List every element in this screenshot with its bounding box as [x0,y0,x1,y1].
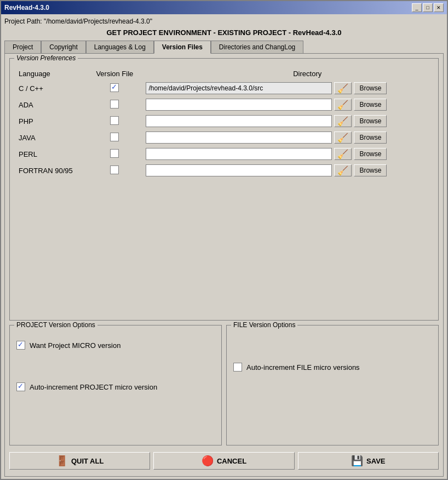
col-directory: Directory [141,67,434,80]
file-version-legend: FILE Version Options [231,321,297,329]
save-icon: 💾 [351,455,363,467]
save-label: SAVE [366,457,385,465]
subtitle: GET PROJECT ENVIRONMENT - EXISTING PROJE… [4,27,444,40]
file-option-0-checkbox[interactable] [233,363,242,372]
browse-button-4[interactable]: Browse [354,148,387,160]
version-prefs-group: Version Preferences Language Version Fil… [9,58,439,321]
project-version-options-group: PROJECT Version Options Want Project MIC… [9,325,222,445]
version-file-checkbox-1[interactable] [110,100,119,108]
project-version-legend: PROJECT Version Options [14,321,97,329]
table-row: C / C++🧹Browse [14,80,434,96]
maximize-button[interactable]: □ [423,3,433,12]
directory-input-4[interactable] [146,148,332,160]
directory-input-5[interactable] [146,164,332,176]
broom-button-1[interactable]: 🧹 [334,99,352,111]
cancel-icon: 🔴 [202,455,214,467]
version-file-checkbox-5[interactable] [110,165,119,174]
col-language: Language [14,67,88,80]
window-title: RevHead-4.3.0 [4,4,49,12]
version-file-checkbox-2[interactable] [110,116,119,125]
table-row: JAVA🧹Browse [14,129,434,146]
lang-name: FORTRAN 90/95 [14,162,88,179]
directory-input-0[interactable] [146,82,332,94]
broom-button-3[interactable]: 🧹 [334,132,352,144]
table-row: PHP🧹Browse [14,113,434,129]
quit-all-button[interactable]: 🚪 QUIT ALL [9,452,150,470]
bottom-panels: PROJECT Version Options Want Project MIC… [9,325,439,445]
directory-input-1[interactable] [146,99,332,111]
project-option-0-label: Want Project MICRO version [30,341,120,350]
browse-button-1[interactable]: Browse [354,99,387,111]
lang-name: PHP [14,113,88,129]
version-file-checkbox-4[interactable] [110,149,119,158]
browse-button-3[interactable]: Browse [354,132,387,144]
bottom-buttons: 🚪 QUIT ALL 🔴 CANCEL 💾 SAVE [9,450,439,472]
tab-project[interactable]: Project [4,41,41,54]
tab-bar: Project Copyright Languages & Log Versio… [4,40,444,53]
version-file-checkbox-3[interactable] [110,133,119,141]
browse-button-2[interactable]: Browse [354,115,387,127]
broom-button-4[interactable]: 🧹 [334,148,352,160]
directory-input-2[interactable] [146,115,332,127]
project-option-0-checkbox[interactable] [16,341,25,350]
save-button[interactable]: 💾 SAVE [298,452,439,470]
tab-version-files[interactable]: Version Files [154,41,211,54]
table-row: PERL🧹Browse [14,146,434,162]
project-option-1: Auto-increment PROJECT micro version [16,382,215,391]
window-controls: _ □ ✕ [412,3,444,12]
table-row: ADA🧹Browse [14,96,434,113]
file-option-0: Auto-increment FILE micro versions [233,363,432,372]
project-option-1-label: Auto-increment PROJECT micro version [30,383,157,391]
main-panel: Version Preferences Language Version Fil… [4,53,444,477]
cancel-button[interactable]: 🔴 CANCEL [153,452,294,470]
version-prefs-table: Language Version File Directory C / C++🧹… [14,67,434,179]
title-bar: RevHead-4.3.0 _ □ ✕ [1,1,447,14]
tab-languages-log[interactable]: Languages & Log [86,41,154,54]
browse-button-5[interactable]: Browse [354,164,387,176]
project-path: Project Path: "/home/david/Projects/revh… [4,16,444,27]
broom-button-5[interactable]: 🧹 [334,164,352,176]
close-button[interactable]: ✕ [434,3,444,12]
main-window: RevHead-4.3.0 _ □ ✕ Project Path: "/home… [0,0,448,480]
lang-name: JAVA [14,129,88,146]
broom-button-2[interactable]: 🧹 [334,115,352,127]
directory-input-3[interactable] [146,132,332,144]
tab-directories-changelog[interactable]: Directories and ChangLog [211,41,303,54]
version-prefs-legend: Version Preferences [14,54,78,62]
quit-all-label: QUIT ALL [71,457,104,465]
lang-name: C / C++ [14,80,88,96]
file-option-0-label: Auto-increment FILE micro versions [246,363,360,372]
lang-name: ADA [14,96,88,113]
project-option-1-checkbox[interactable] [16,382,25,391]
window-content: Project Path: "/home/david/Projects/revh… [1,14,447,479]
browse-button-0[interactable]: Browse [354,82,387,94]
cancel-label: CANCEL [217,457,246,465]
tab-copyright[interactable]: Copyright [41,41,85,54]
minimize-button[interactable]: _ [412,3,422,12]
col-version-file: Version File [88,67,141,80]
file-version-options-group: FILE Version Options Auto-increment FILE… [226,325,439,445]
lang-name: PERL [14,146,88,162]
version-file-checkbox-0[interactable] [110,83,119,92]
broom-button-0[interactable]: 🧹 [334,82,352,94]
project-option-0: Want Project MICRO version [16,341,215,350]
table-row: FORTRAN 90/95🧹Browse [14,162,434,179]
quit-icon: 🚪 [56,455,68,467]
